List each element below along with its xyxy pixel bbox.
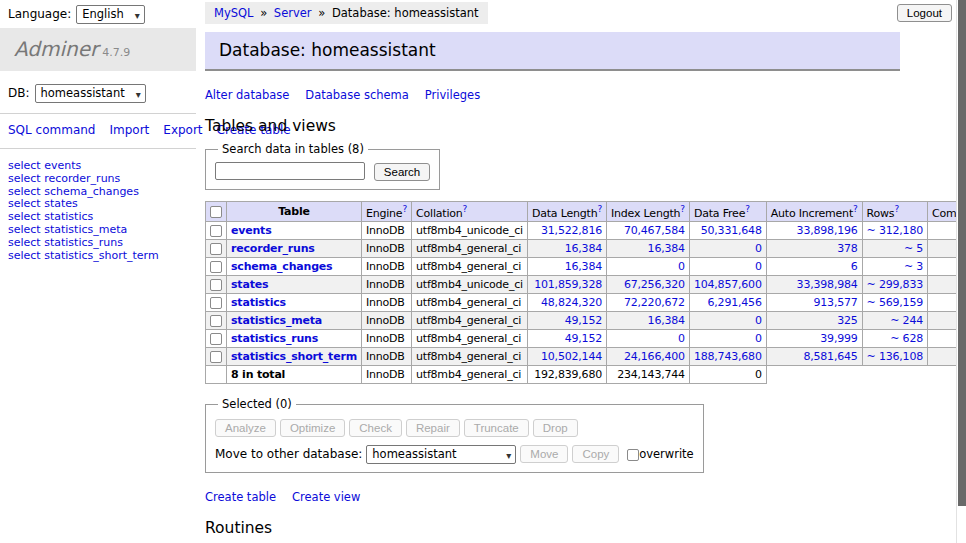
index-length-link[interactable]: 0	[678, 332, 685, 345]
sidebar-item-select-recorder-runs[interactable]: select recorder_runs	[8, 173, 188, 186]
breadcrumb-mysql-link[interactable]: MySQL	[214, 6, 254, 20]
data-free-link[interactable]: 0	[755, 260, 762, 273]
table-link[interactable]: statistics_short_term	[231, 350, 357, 363]
create-view-link[interactable]: Create view	[292, 490, 360, 504]
language-select[interactable]: English▾	[76, 5, 145, 24]
rows-count-link[interactable]: ~ 5	[904, 242, 923, 255]
search-input[interactable]	[215, 162, 365, 180]
data-length-link[interactable]: 31,522,816	[541, 224, 602, 237]
data-length-link[interactable]: 49,152	[565, 314, 602, 327]
scrollbar-thumb[interactable]	[958, 0, 966, 506]
data-length-link[interactable]: 10,502,144	[541, 350, 602, 363]
data-free-link[interactable]: 50,331,648	[701, 224, 762, 237]
select-all-checkbox[interactable]	[210, 206, 222, 218]
repair-button[interactable]: Repair	[406, 419, 460, 437]
auto-increment-link[interactable]: 33,898,196	[797, 224, 858, 237]
collation-cell: utf8mb4_unicode_ci	[412, 222, 528, 240]
table-link[interactable]: recorder_runs	[231, 242, 315, 255]
auto-increment-link[interactable]: 913,577	[814, 296, 858, 309]
logout-button[interactable]: Logout	[897, 4, 952, 22]
data-length-link[interactable]: 16,384	[565, 242, 602, 255]
help-icon[interactable]: ?	[597, 204, 602, 214]
vertical-scrollbar[interactable]	[956, 0, 966, 543]
overwrite-checkbox[interactable]	[627, 449, 639, 461]
sidebar-export-link[interactable]: Export	[163, 123, 202, 137]
sidebar-import-link[interactable]: Import	[109, 123, 149, 137]
auto-increment-link[interactable]: 378	[837, 242, 857, 255]
table-link[interactable]: statistics_runs	[231, 332, 318, 345]
row-checkbox[interactable]	[210, 243, 222, 255]
rows-count-link[interactable]: ~ 136,108	[867, 350, 923, 363]
rows-count-link[interactable]: ~ 299,833	[867, 278, 923, 291]
move-db-select[interactable]: homeassistant▾	[366, 445, 516, 464]
truncate-button[interactable]: Truncate	[464, 419, 529, 437]
index-length-link[interactable]: 67,256,320	[624, 278, 685, 291]
table-link[interactable]: statistics	[231, 296, 286, 309]
auto-increment-link[interactable]: 33,398,984	[797, 278, 858, 291]
sidebar-item-select-statistics-short-term[interactable]: select statistics_short_term	[8, 250, 188, 263]
database-schema-link[interactable]: Database schema	[305, 88, 408, 102]
data-free-link[interactable]: 104,857,600	[694, 278, 762, 291]
row-checkbox[interactable]	[210, 315, 222, 327]
row-checkbox[interactable]	[210, 225, 222, 237]
db-select[interactable]: homeassistant▾	[35, 84, 146, 103]
copy-button[interactable]: Copy	[572, 445, 619, 463]
table-link[interactable]: states	[231, 278, 268, 291]
data-length-link[interactable]: 16,384	[565, 260, 602, 273]
optimize-button[interactable]: Optimize	[280, 419, 345, 437]
auto-increment-link[interactable]: 325	[837, 314, 857, 327]
index-length-link[interactable]: 16,384	[648, 314, 685, 327]
sidebar-item-select-statistics-runs[interactable]: select statistics_runs	[8, 237, 188, 250]
auto-increment-link[interactable]: 8,581,645	[803, 350, 857, 363]
auto-increment-link[interactable]: 6	[851, 260, 858, 273]
table-link[interactable]: schema_changes	[231, 260, 332, 273]
alter-database-link[interactable]: Alter database	[205, 88, 289, 102]
data-length-link[interactable]: 49,152	[565, 332, 602, 345]
index-length-link[interactable]: 24,166,400	[624, 350, 685, 363]
help-icon[interactable]: ?	[680, 204, 685, 214]
rows-count-link[interactable]: ~ 628	[890, 332, 923, 345]
drop-button[interactable]: Drop	[533, 419, 578, 437]
index-length-link[interactable]: 72,220,672	[624, 296, 685, 309]
rows-count-link[interactable]: ~ 569,159	[867, 296, 923, 309]
sidebar-sql-command-link[interactable]: SQL command	[8, 123, 95, 137]
collation-cell: utf8mb4_general_ci	[412, 348, 528, 366]
row-checkbox[interactable]	[210, 261, 222, 273]
sidebar-item-select-statistics-meta[interactable]: select statistics_meta	[8, 224, 188, 237]
rows-count-link[interactable]: ~ 312,180	[867, 224, 923, 237]
help-icon[interactable]: ?	[402, 204, 407, 214]
index-length-link[interactable]: 70,467,584	[624, 224, 685, 237]
help-icon[interactable]: ?	[894, 204, 899, 214]
data-free-link[interactable]: 0	[755, 332, 762, 345]
help-icon[interactable]: ?	[745, 204, 750, 214]
data-free-link[interactable]: 0	[755, 242, 762, 255]
index-length-link[interactable]: 0	[678, 260, 685, 273]
data-free-link[interactable]: 0	[755, 314, 762, 327]
create-table-link[interactable]: Create table	[205, 490, 276, 504]
adminer-logo[interactable]: Adminer4.7.9	[0, 28, 196, 71]
sidebar-item-select-events[interactable]: select events	[8, 160, 188, 173]
index-length-link[interactable]: 16,384	[648, 242, 685, 255]
row-checkbox[interactable]	[210, 333, 222, 345]
move-button[interactable]: Move	[520, 445, 568, 463]
breadcrumb-server-link[interactable]: Server	[274, 6, 312, 20]
data-length-link[interactable]: 101,859,328	[534, 278, 602, 291]
row-checkbox[interactable]	[210, 351, 222, 363]
data-free-link[interactable]: 6,291,456	[708, 296, 762, 309]
table-row: events InnoDB utf8mb4_unicode_ci 31,522,…	[206, 222, 966, 240]
auto-increment-link[interactable]: 39,999	[820, 332, 857, 345]
search-button[interactable]: Search	[374, 163, 430, 181]
check-button[interactable]: Check	[349, 419, 402, 437]
table-link[interactable]: statistics_meta	[231, 314, 322, 327]
row-checkbox[interactable]	[210, 279, 222, 291]
help-icon[interactable]: ?	[853, 204, 858, 214]
rows-count-link[interactable]: ~ 244	[890, 314, 923, 327]
table-link[interactable]: events	[231, 224, 272, 237]
data-length-link[interactable]: 48,824,320	[541, 296, 602, 309]
privileges-link[interactable]: Privileges	[425, 88, 480, 102]
row-checkbox[interactable]	[210, 297, 222, 309]
rows-count-link[interactable]: ~ 3	[904, 260, 923, 273]
help-icon[interactable]: ?	[463, 204, 468, 214]
data-free-link[interactable]: 188,743,680	[694, 350, 762, 363]
analyze-button[interactable]: Analyze	[215, 419, 276, 437]
